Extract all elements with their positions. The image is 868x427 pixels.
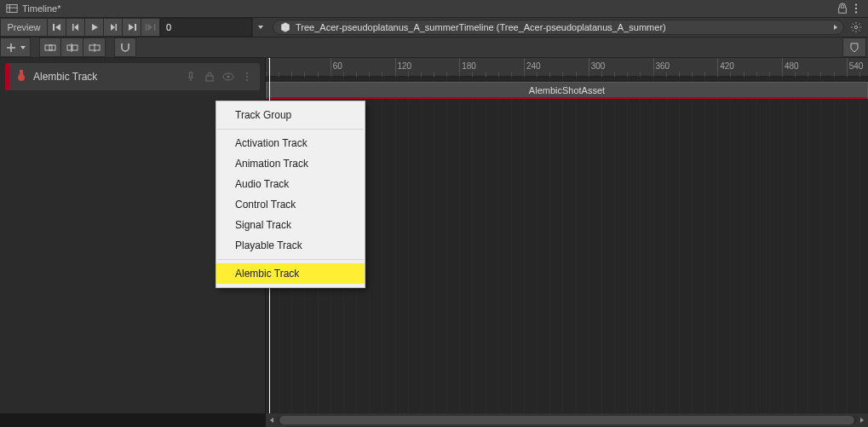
svg-rect-32 bbox=[206, 76, 213, 81]
svg-rect-15 bbox=[146, 24, 147, 31]
svg-rect-6 bbox=[53, 24, 55, 31]
pin-icon[interactable] bbox=[185, 72, 197, 82]
menu-item-signal-track[interactable]: Signal Track bbox=[216, 215, 365, 235]
gridline-minor bbox=[472, 77, 473, 413]
gridline-minor bbox=[859, 77, 860, 413]
svg-point-4 bbox=[855, 8, 857, 9]
menu-item-animation-track[interactable]: Animation Track bbox=[216, 153, 365, 174]
frame-input[interactable]: 0 bbox=[160, 18, 252, 37]
gridline-minor bbox=[576, 77, 577, 413]
svg-point-37 bbox=[246, 79, 248, 81]
clip[interactable]: AlembicShotAsset bbox=[266, 82, 868, 99]
svg-marker-16 bbox=[148, 24, 152, 31]
playback-toolbar: Preview 0 Tree_Acer-pseudoplatanus_A_sum… bbox=[0, 18, 868, 38]
gridline-minor bbox=[549, 77, 550, 413]
edit-mode-replace-button[interactable] bbox=[83, 38, 106, 57]
window-title[interactable]: Timeline* bbox=[5, 2, 60, 15]
alembic-track-icon bbox=[14, 68, 28, 85]
svg-point-5 bbox=[855, 11, 857, 13]
menu-item-audio-track[interactable]: Audio Track bbox=[216, 174, 365, 194]
menu-item-alembic-track[interactable]: Alembic Track bbox=[216, 263, 365, 284]
menu-item-track-group[interactable]: Track Group bbox=[216, 105, 365, 125]
svg-rect-17 bbox=[154, 24, 156, 31]
preview-button[interactable]: Preview bbox=[0, 18, 48, 37]
gridline-minor bbox=[601, 77, 602, 413]
gridline-minor bbox=[730, 77, 731, 413]
gridline-minor bbox=[679, 77, 680, 413]
ruler-label: 300 bbox=[591, 61, 606, 71]
horizontal-scrollbar[interactable] bbox=[266, 413, 868, 427]
menu-item-playable-track[interactable]: Playable Track bbox=[216, 235, 365, 256]
gridline-minor bbox=[446, 77, 447, 413]
window-title-text: Timeline* bbox=[22, 3, 60, 14]
next-frame-button[interactable] bbox=[104, 18, 123, 37]
edit-mode-mix-button[interactable] bbox=[39, 38, 61, 57]
clip-label: AlembicShotAsset bbox=[267, 85, 867, 95]
svg-point-35 bbox=[246, 72, 248, 74]
snap-toggle[interactable] bbox=[114, 38, 136, 57]
svg-point-34 bbox=[227, 76, 230, 78]
menu-separator bbox=[217, 129, 364, 130]
scrollbar-thumb[interactable] bbox=[279, 416, 854, 424]
gear-icon[interactable] bbox=[849, 20, 863, 34]
goto-start-button[interactable] bbox=[48, 18, 66, 37]
track-lock-icon[interactable] bbox=[204, 72, 216, 82]
menu-item-activation-track[interactable]: Activation Track bbox=[216, 133, 365, 153]
scroll-right-icon[interactable] bbox=[856, 414, 868, 426]
svg-marker-19 bbox=[834, 25, 837, 30]
track-menu-icon[interactable] bbox=[241, 72, 253, 82]
gridline-minor bbox=[511, 77, 512, 413]
gridline-minor bbox=[847, 77, 848, 413]
play-range-button[interactable] bbox=[141, 18, 160, 37]
svg-point-36 bbox=[246, 76, 248, 78]
gridline-minor bbox=[524, 77, 525, 413]
lock-icon[interactable] bbox=[836, 2, 849, 15]
chevron-right-icon bbox=[831, 23, 840, 32]
time-ruler[interactable]: 60120180240300360420480540 bbox=[266, 58, 868, 77]
clip-accent bbox=[267, 97, 867, 99]
ruler-label: 540 bbox=[849, 61, 864, 71]
gridline-minor bbox=[459, 77, 460, 413]
scroll-left-icon[interactable] bbox=[266, 414, 278, 426]
edit-mode-ripple-button[interactable] bbox=[61, 38, 83, 57]
gridline-minor bbox=[421, 77, 422, 413]
scrollbar-track[interactable] bbox=[278, 416, 856, 424]
add-marker-button[interactable] bbox=[842, 38, 866, 57]
gridline-minor bbox=[434, 77, 434, 413]
frame-dropdown[interactable] bbox=[252, 18, 267, 37]
svg-marker-9 bbox=[74, 24, 78, 31]
svg-marker-18 bbox=[258, 26, 263, 29]
ruler-label: 420 bbox=[720, 61, 734, 71]
timeline-asset-field[interactable]: Tree_Acer-pseudoplatanus_A_summerTimelin… bbox=[273, 20, 844, 35]
frame-value: 0 bbox=[166, 22, 171, 32]
gridline-minor bbox=[653, 77, 654, 413]
gridline-minor bbox=[498, 77, 499, 413]
gridline-minor bbox=[769, 77, 770, 413]
gridline-minor bbox=[704, 77, 705, 413]
svg-marker-38 bbox=[270, 418, 273, 423]
gridline-minor bbox=[834, 77, 835, 413]
gridline-minor bbox=[614, 77, 615, 413]
svg-marker-11 bbox=[111, 24, 115, 31]
add-button[interactable] bbox=[0, 38, 31, 57]
asset-name: Tree_Acer-pseudoplatanus_A_summerTimelin… bbox=[296, 22, 666, 32]
gridline-minor bbox=[692, 77, 693, 413]
visibility-icon[interactable] bbox=[222, 72, 234, 82]
play-button[interactable] bbox=[85, 18, 104, 37]
goto-end-button[interactable] bbox=[123, 18, 141, 37]
menu-item-control-track[interactable]: Control Track bbox=[216, 194, 365, 215]
svg-rect-14 bbox=[135, 24, 136, 31]
prev-frame-button[interactable] bbox=[66, 18, 85, 37]
track-row[interactable]: Alembic Track bbox=[5, 63, 260, 90]
ruler-label: 120 bbox=[398, 61, 412, 71]
ruler-label: 480 bbox=[785, 61, 799, 71]
svg-marker-10 bbox=[92, 24, 98, 31]
gridline-minor bbox=[408, 77, 409, 413]
kebab-menu-icon[interactable] bbox=[849, 2, 863, 15]
gridline-minor bbox=[486, 77, 486, 413]
timeline-icon bbox=[5, 2, 19, 15]
gridline-minor bbox=[717, 77, 718, 413]
svg-rect-31 bbox=[20, 70, 23, 75]
svg-rect-12 bbox=[115, 24, 117, 31]
svg-marker-29 bbox=[851, 43, 858, 52]
